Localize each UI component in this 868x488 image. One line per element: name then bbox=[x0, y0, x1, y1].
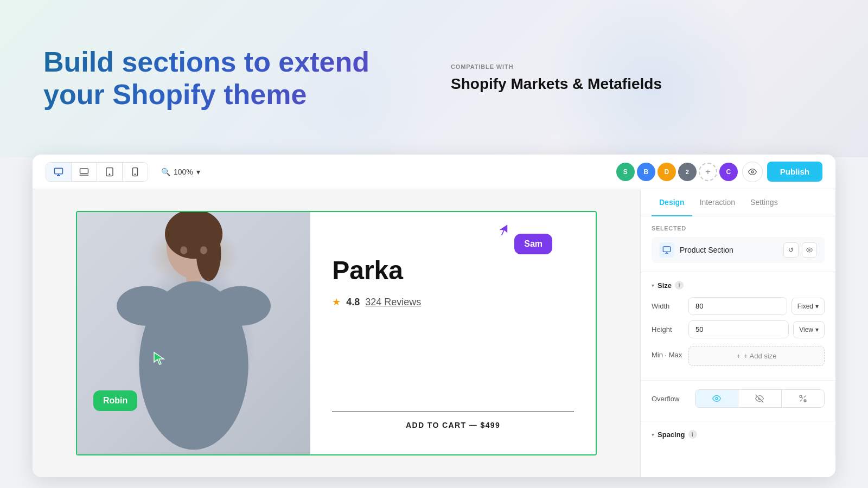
overflow-visible-btn[interactable] bbox=[695, 390, 738, 407]
avatar-count[interactable]: 2 bbox=[678, 163, 697, 181]
laptop-device-btn[interactable] bbox=[72, 163, 97, 181]
toolbar-right: S B D 2 + C Publish bbox=[616, 162, 822, 182]
overflow-row: Overflow bbox=[652, 389, 825, 408]
spacing-chevron-icon: ▾ bbox=[652, 432, 654, 438]
spacing-info-icon[interactable]: i bbox=[688, 430, 697, 439]
min-max-label: Min · Max bbox=[652, 351, 684, 359]
height-input-group: VH bbox=[688, 320, 789, 338]
avatar-group: S B D 2 + C bbox=[616, 163, 738, 181]
width-mode-chevron-icon bbox=[815, 303, 819, 310]
tab-settings[interactable]: Settings bbox=[743, 189, 786, 216]
panel-tabs: Design Interaction Settings bbox=[641, 189, 835, 216]
width-input[interactable] bbox=[689, 298, 787, 314]
svg-point-12 bbox=[117, 286, 176, 326]
sam-label: Sam bbox=[524, 239, 542, 248]
hero-title: Build sections to extend your Shopify th… bbox=[43, 46, 423, 111]
desktop-device-btn[interactable] bbox=[46, 163, 72, 181]
add-size-plus-icon: + bbox=[737, 352, 741, 360]
height-mode-value: View bbox=[799, 326, 813, 333]
publish-button[interactable]: Publish bbox=[767, 162, 822, 182]
svg-point-17 bbox=[809, 249, 810, 251]
mobile-device-btn[interactable] bbox=[123, 163, 148, 181]
spacing-section: ▾ Spacing i bbox=[641, 421, 835, 455]
visibility-toggle-btn[interactable] bbox=[802, 242, 817, 258]
toolbar: 🔍 100% S B D 2 + C Publish bbox=[33, 155, 835, 189]
overflow-label: Overflow bbox=[652, 395, 695, 403]
overflow-hidden-btn[interactable] bbox=[738, 390, 781, 407]
sam-badge: Sam bbox=[514, 234, 552, 254]
add-size-btn[interactable]: + + Add size bbox=[688, 346, 825, 366]
undo-btn[interactable]: ↺ bbox=[783, 242, 799, 258]
tab-interaction[interactable]: Interaction bbox=[692, 189, 743, 216]
avatar-s[interactable]: S bbox=[616, 163, 635, 181]
svg-point-6 bbox=[751, 171, 754, 173]
compatible-label: COMPATIBLE WITH bbox=[451, 63, 662, 70]
avatar-c[interactable]: C bbox=[719, 163, 738, 181]
width-input-group: PX bbox=[688, 297, 787, 315]
svg-point-14 bbox=[180, 246, 187, 254]
overflow-options bbox=[695, 389, 825, 408]
svg-point-3 bbox=[109, 174, 110, 175]
spacing-section-header[interactable]: ▾ Spacing i bbox=[652, 430, 825, 439]
zoom-value: 100% bbox=[174, 168, 193, 176]
height-label: Height bbox=[652, 325, 684, 333]
overflow-section: Overflow bbox=[641, 381, 835, 421]
height-mode-dropdown[interactable]: View bbox=[793, 321, 825, 338]
device-buttons bbox=[46, 162, 148, 182]
svg-point-15 bbox=[200, 246, 207, 254]
svg-point-20 bbox=[800, 395, 802, 397]
product-preview: Robin bbox=[76, 211, 597, 455]
robin-badge: Robin bbox=[93, 390, 137, 411]
width-mode-value: Fixed bbox=[797, 303, 813, 310]
width-label: Width bbox=[652, 302, 684, 310]
selected-section: Selected Product Section ↺ bbox=[641, 216, 835, 272]
height-input[interactable] bbox=[689, 321, 789, 338]
svg-point-5 bbox=[135, 174, 136, 175]
zoom-control[interactable]: 🔍 100% bbox=[161, 168, 200, 176]
selected-item-name: Product Section bbox=[680, 246, 778, 254]
avatar-d[interactable]: D bbox=[658, 163, 676, 181]
robin-label: Robin bbox=[103, 396, 127, 405]
preview-btn[interactable] bbox=[742, 162, 763, 182]
svg-rect-16 bbox=[663, 247, 670, 252]
add-collaborator-btn[interactable]: + bbox=[699, 163, 717, 181]
hero-content: Build sections to extend your Shopify th… bbox=[0, 0, 868, 157]
overflow-clip-btn[interactable] bbox=[782, 390, 824, 407]
tab-design[interactable]: Design bbox=[652, 189, 692, 216]
review-count: 324 Reviews bbox=[365, 297, 421, 308]
size-chevron-icon: ▾ bbox=[652, 282, 654, 288]
robin-cursor bbox=[153, 351, 165, 368]
product-image bbox=[77, 212, 310, 454]
svg-rect-1 bbox=[80, 169, 88, 174]
size-section-title: Size bbox=[658, 281, 672, 290]
add-to-cart-button[interactable]: ADD TO CART — $499 bbox=[332, 412, 574, 438]
selected-item-icon bbox=[659, 242, 674, 258]
add-size-label: + Add size bbox=[744, 352, 776, 360]
size-info-icon[interactable]: i bbox=[675, 281, 684, 290]
right-panel: Design Interaction Settings Selected Pro… bbox=[640, 189, 835, 477]
product-image-side: Robin bbox=[77, 212, 310, 454]
tablet-device-btn[interactable] bbox=[97, 163, 123, 181]
compatible-value: Shopify Markets & Metafields bbox=[451, 74, 662, 94]
rating-value: 4.8 bbox=[346, 297, 360, 308]
avatar-b[interactable]: B bbox=[637, 163, 655, 181]
svg-point-9 bbox=[196, 227, 221, 281]
product-rating: ★ 4.8 324 Reviews bbox=[332, 296, 574, 308]
svg-point-18 bbox=[716, 397, 718, 400]
hero-right-block: COMPATIBLE WITH Shopify Markets & Metafi… bbox=[451, 63, 825, 94]
height-mode-chevron-icon bbox=[815, 326, 819, 333]
canvas-area[interactable]: Robin bbox=[33, 189, 640, 477]
svg-rect-0 bbox=[55, 168, 63, 174]
height-row: Height VH View bbox=[652, 320, 825, 338]
size-section-header[interactable]: ▾ Size i bbox=[652, 281, 825, 290]
size-section: ▾ Size i Width PX Fixed Height bbox=[641, 272, 835, 381]
star-icon: ★ bbox=[332, 296, 341, 308]
selected-item: Product Section ↺ bbox=[652, 237, 825, 263]
svg-point-13 bbox=[211, 286, 271, 326]
min-max-row: Min · Max + + Add size bbox=[652, 344, 825, 366]
zoom-chevron-icon bbox=[196, 168, 200, 176]
hero-text-block: Build sections to extend your Shopify th… bbox=[43, 46, 451, 111]
width-mode-dropdown[interactable]: Fixed bbox=[792, 298, 825, 315]
search-icon: 🔍 bbox=[161, 168, 170, 176]
editor-container: 🔍 100% S B D 2 + C Publish bbox=[33, 155, 835, 477]
